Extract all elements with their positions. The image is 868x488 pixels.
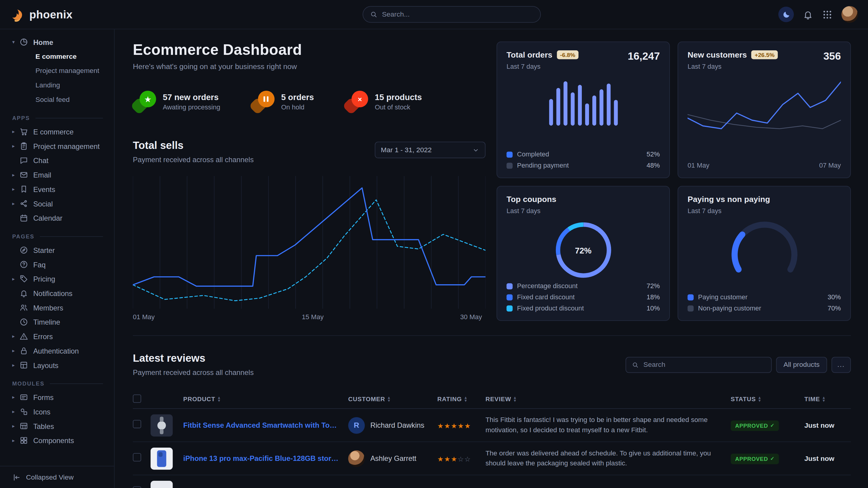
product-link[interactable]: iPhone 13 pro max-Pacific Blue-128GB sto… (183, 454, 348, 463)
column-header-review[interactable]: REVIEW ▴▾ (486, 395, 731, 402)
sidebar-item-starter[interactable]: Starter (0, 243, 114, 257)
theme-toggle-button[interactable] (778, 7, 794, 22)
sort-icon[interactable]: ▴▾ (218, 396, 220, 401)
column-header-customer[interactable]: CUSTOMER ▴▾ (348, 395, 438, 402)
x-tick: 30 May (460, 313, 482, 321)
card-title: Paying vs non paying (688, 195, 770, 203)
more-options-button[interactable]: ... (831, 357, 851, 372)
sidebar-item-pricing[interactable]: ▸ Pricing (0, 271, 114, 286)
layout-icon (19, 361, 28, 369)
stat-caption: Out of stock (375, 103, 422, 111)
bell-icon (19, 289, 28, 297)
check-icon: ✓ (770, 456, 775, 461)
sidebar-item-project-management[interactable]: Project management (0, 64, 114, 78)
x-tick: 01 May (688, 162, 709, 169)
stat-value: 57 new orders (163, 93, 220, 102)
legend-item-fixed-product-discount: Fixed product discount 10% (506, 304, 660, 312)
all-products-button[interactable]: All products (776, 357, 827, 372)
caret-icon: ▸ (12, 172, 19, 177)
sidebar-item-social[interactable]: ▸ Social (0, 197, 114, 211)
caret-icon: ▾ (12, 39, 19, 44)
x-bubble-icon: × (345, 91, 368, 113)
stat-value: 5 orders (281, 93, 314, 102)
product-image[interactable] (151, 447, 173, 469)
reviews-search[interactable] (626, 357, 772, 372)
sidebar-item-email[interactable]: ▸ Email (0, 168, 114, 182)
rating-stars: ★★★★★ (437, 420, 486, 430)
sidebar-item-authentication[interactable]: ▸ Authentication (0, 344, 114, 358)
sidebar-item-members[interactable]: Members (0, 300, 114, 315)
chevron-down-icon (472, 146, 479, 154)
legend-value: 70% (828, 304, 841, 312)
column-header-rating[interactable]: RATING ▴▾ (437, 395, 486, 402)
shapes-icon (19, 407, 28, 416)
sidebar-item-errors[interactable]: ▸ Errors (0, 329, 114, 344)
donut-center-label: 72% (553, 220, 613, 280)
table-row[interactable]: Fitbit Sense Advanced Smartwatch with To… (133, 409, 851, 442)
reviews-controls: All products ... (626, 357, 851, 372)
warning-icon (19, 332, 28, 340)
paying-legend: Paying customer 30% Non-paying customer … (688, 293, 841, 312)
legend-item-fixed-card-discount: Fixed card discount 18% (506, 293, 660, 301)
notifications-button[interactable] (803, 9, 813, 20)
sidebar-item-notifications[interactable]: Notifications (0, 286, 114, 300)
legend-swatch (506, 151, 513, 157)
sort-icon[interactable]: ▴▾ (823, 396, 825, 401)
review-time: Just now (804, 421, 851, 429)
sort-icon[interactable]: ▴▾ (514, 396, 516, 401)
sort-icon[interactable]: ▴▾ (388, 396, 390, 401)
row-checkbox[interactable] (133, 420, 142, 428)
table-row[interactable]: iPhone 13 pro max-Pacific Blue-128GB sto… (133, 442, 851, 475)
cart-icon (19, 127, 28, 136)
product-link[interactable]: Fitbit Sense Advanced Smartwatch with To… (183, 421, 348, 429)
apps-grid-button[interactable] (822, 9, 833, 20)
sidebar-item-social-feed[interactable]: Social feed (0, 93, 114, 107)
global-search-input[interactable] (382, 10, 533, 19)
sidebar-item-tables[interactable]: ▸ Tables (0, 419, 114, 433)
column-header-time[interactable]: TIME ▴▾ (804, 395, 851, 402)
table-body: Fitbit Sense Advanced Smartwatch with To… (133, 409, 851, 488)
star-icon: ★ (458, 422, 464, 430)
table-row[interactable] (133, 475, 851, 488)
sidebar-item-chat[interactable]: Chat (0, 153, 114, 168)
sidebar-item-components[interactable]: ▸ Components (0, 433, 114, 448)
sidebar-item-forms[interactable]: ▸ Forms (0, 390, 114, 404)
sidebar-item-calendar[interactable]: Calendar (0, 211, 114, 225)
sidebar-item-home[interactable]: ▾ Home (0, 35, 114, 50)
sort-icon[interactable]: ▴▾ (758, 396, 761, 401)
column-header-status[interactable]: STATUS ▴▾ (731, 395, 804, 402)
user-avatar[interactable] (841, 6, 858, 23)
sidebar-item-timeline[interactable]: Timeline (0, 315, 114, 329)
sidebar-item-icons[interactable]: ▸ Icons (0, 404, 114, 419)
legend-label: Percentage discount (517, 282, 578, 290)
global-search[interactable] (363, 6, 541, 23)
share-icon (19, 199, 28, 208)
sidebar-item-e-commerce[interactable]: E commerce (0, 49, 114, 64)
select-all-checkbox[interactable] (133, 395, 142, 403)
date-range-select[interactable]: Mar 1 - 31, 2022 (375, 142, 486, 158)
new-customers-value: 356 (824, 50, 841, 70)
customer-avatar[interactable]: R (348, 417, 365, 433)
legend-value: 10% (647, 304, 660, 312)
users-icon (19, 303, 28, 312)
sort-icon[interactable]: ▴▾ (465, 396, 467, 401)
review-time: Just now (804, 455, 851, 462)
product-image[interactable] (151, 481, 173, 488)
collapsed-view-toggle[interactable]: Collapsed View (0, 466, 114, 488)
row-checkbox[interactable] (133, 453, 142, 461)
reviews-search-input[interactable] (643, 361, 766, 369)
sidebar-item-project-management[interactable]: ▸ Project management (0, 139, 114, 154)
product-image[interactable] (151, 414, 173, 436)
sidebar-item-events[interactable]: ▸ Events (0, 182, 114, 197)
sidebar-item-e-commerce[interactable]: ▸ E commerce (0, 125, 114, 139)
brand[interactable]: phoenix (10, 7, 73, 22)
column-header-product[interactable]: PRODUCT ▴▾ (183, 395, 348, 402)
stats-row: ★ 57 new ordersAwating processing 5 orde… (133, 91, 486, 113)
sidebar-item-layouts[interactable]: ▸ Layouts (0, 358, 114, 372)
customer-avatar[interactable] (348, 450, 365, 466)
sidebar-item-faq[interactable]: Faq (0, 257, 114, 272)
star-icon: ★ (444, 455, 451, 463)
review-text: The order was delivered ahead of schedul… (486, 449, 731, 468)
row-checkbox[interactable] (133, 486, 142, 488)
sidebar-item-landing[interactable]: Landing (0, 78, 114, 93)
